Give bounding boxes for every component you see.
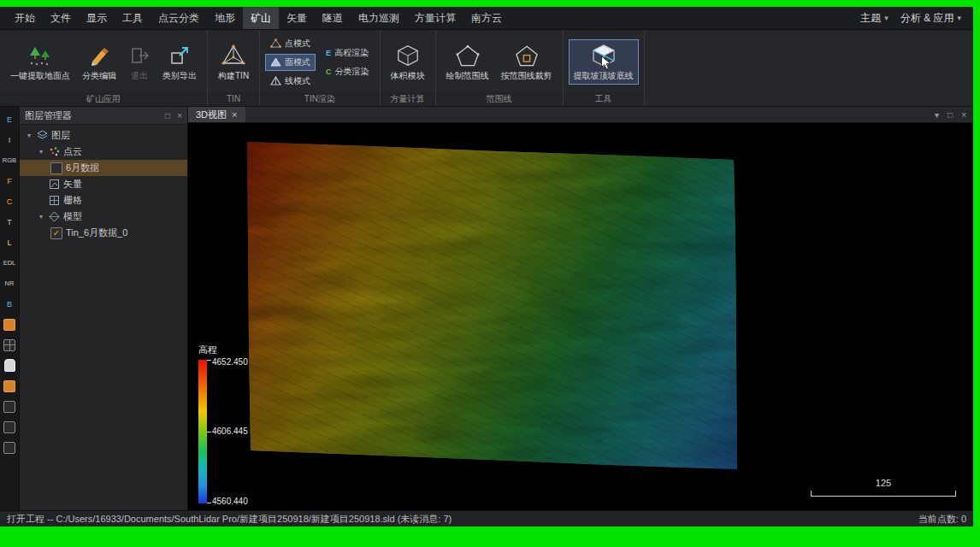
box-tool-button-2[interactable] (1, 419, 18, 435)
brush-tool-icon (3, 319, 15, 331)
theme-menu[interactable]: 主题 ▾ (860, 11, 888, 26)
tree-row-model[interactable]: ▾ 模型 (20, 209, 187, 225)
box-tool-button-1[interactable] (1, 398, 18, 415)
close-tab-icon[interactable]: × (232, 109, 237, 120)
close-view-icon[interactable]: × (961, 110, 966, 120)
menu-tab-southcloud[interactable]: 南方云 (463, 7, 510, 30)
classify-edit-button[interactable]: 分类编辑 (77, 39, 121, 85)
clip-by-boundary-button[interactable]: 按范围线裁剪 (496, 39, 558, 85)
point-mode-button[interactable]: 点模式 (265, 35, 316, 52)
close-panel-icon[interactable]: × (177, 111, 182, 121)
tree-row-vector[interactable]: 矢量 (20, 176, 187, 192)
menu-tab-pointcloud-classify[interactable]: 点云分类 (151, 7, 207, 30)
expander-icon[interactable]: ▾ (37, 213, 45, 221)
elevation-mode-button[interactable]: E (1, 111, 18, 127)
class-export-icon (168, 44, 191, 68)
menu-tab-mining[interactable]: 矿山 (243, 7, 279, 30)
ribbon-group-tin-render: 点模式 面模式 (260, 30, 381, 106)
menu-tab-start[interactable]: 开始 (7, 7, 43, 30)
layer-visibility-checkbox[interactable] (50, 162, 62, 174)
menu-tab-tunnel[interactable]: 隧道 (315, 7, 351, 30)
orange-box-tool-icon (3, 380, 15, 392)
orange-box-tool-button[interactable] (1, 378, 18, 394)
class-render-button[interactable]: C 分类渲染 (321, 63, 375, 80)
menu-tab-display[interactable]: 显示 (79, 7, 115, 30)
class-render-icon: C (326, 68, 332, 76)
point-mode-icon (270, 38, 281, 48)
face-mode-button[interactable]: 面模式 (265, 54, 316, 71)
scale-bar-value: 125 (811, 478, 956, 488)
tree-row-tin-june-data[interactable]: ✓ Tin_6月数据_0 (20, 225, 187, 241)
line-mode-icon (270, 76, 281, 85)
f-mode-button[interactable]: F (1, 173, 18, 189)
ribbon-group-tools: 提取坡顶坡底线 工具 (564, 30, 645, 106)
box-tool-button-3[interactable] (1, 439, 18, 456)
group-label-volume-calc: 方量计算 (381, 92, 435, 106)
ribbon-group-volume-calc: 体积模块 方量计算 (381, 30, 436, 106)
tree-row-raster[interactable]: 栅格 (20, 192, 187, 209)
chevron-down-icon: ▾ (884, 14, 888, 22)
brush-tool-button[interactable] (1, 316, 18, 332)
layer-visibility-checkbox[interactable]: ✓ (50, 227, 62, 239)
legend-max-value: 4652.450 (212, 357, 248, 367)
grid-tool-button[interactable] (1, 337, 18, 353)
class-export-button[interactable]: 类别导出 (157, 39, 202, 85)
menu-tab-vector[interactable]: 矢量 (279, 7, 315, 30)
float-panel-icon[interactable]: □ (165, 111, 170, 121)
model-icon (49, 211, 60, 222)
blend-mode-button[interactable]: B (1, 296, 18, 312)
extract-slope-lines-button[interactable]: 提取坡顶坡底线 (569, 39, 639, 85)
elevation-legend: 高程 4652.450 4606.445 4560.440 (197, 344, 282, 503)
legend-min-value: 4560.440 (212, 497, 248, 506)
t-mode-button[interactable]: T (1, 214, 18, 230)
statusbar: 打开工程 -- C:/Users/16933/Documents/SouthLi… (0, 510, 973, 526)
nr-mode-button[interactable]: NR (1, 275, 18, 291)
menu-tab-volume[interactable]: 方量计算 (407, 7, 463, 30)
group-label-mining-apps: 矿山应用 (0, 92, 207, 106)
layer-manager-panel: 图层管理器 □ × ▾ 图层 (20, 107, 188, 510)
layers-icon (37, 130, 48, 141)
ribbon-group-mining-apps: 一键提取地面点 分类编辑 (0, 30, 208, 106)
menu-tab-terrain[interactable]: 地形 (207, 7, 243, 30)
menu-tab-tools[interactable]: 工具 (115, 7, 151, 30)
tree-row-layers-root[interactable]: ▾ 图层 (20, 127, 187, 144)
extract-ground-points-button[interactable]: 一键提取地面点 (5, 39, 75, 85)
layer-manager-header: 图层管理器 □ × (20, 107, 187, 125)
legend-colorbar (198, 360, 207, 503)
group-label-tin-render: TIN渲染 (260, 92, 380, 106)
status-point-count: 当前点数: 0 (918, 513, 966, 526)
terrain-noise-texture (241, 137, 754, 479)
tree-row-june-data[interactable]: 6月数据 (20, 160, 187, 176)
scale-bar: 125 (811, 478, 956, 497)
volume-module-button[interactable]: 体积模块 (386, 39, 430, 85)
elevation-render-button[interactable]: E 高程渲染 (321, 44, 375, 62)
ribbon-group-boundary: 绘制范围线 按范围线裁剪 范围线 (436, 30, 564, 106)
expander-icon[interactable]: ▾ (37, 148, 45, 156)
group-label-tools: 工具 (564, 92, 644, 106)
extract-ground-icon (27, 44, 53, 68)
expander-icon[interactable]: ▾ (25, 132, 33, 139)
pan-tool-button[interactable] (1, 357, 18, 373)
classification-mode-button[interactable]: C (1, 193, 18, 209)
render-mode-toolbar: E I RGB F C T L EDL NR B (0, 107, 20, 510)
build-tin-button[interactable]: 构建TIN (213, 39, 254, 85)
legend-mid-value: 4606.445 (212, 426, 248, 436)
tab-list-dropdown-icon[interactable]: ▾ (935, 110, 939, 120)
l-mode-button[interactable]: L (1, 234, 18, 250)
menu-tab-file[interactable]: 文件 (43, 7, 79, 30)
line-mode-button[interactable]: 线模式 (265, 73, 316, 90)
draw-boundary-button[interactable]: 绘制范围线 (441, 39, 494, 85)
analysis-apps-menu[interactable]: 分析 & 应用 ▾ (900, 11, 961, 26)
tab-3d-view[interactable]: 3D视图 × (188, 107, 245, 122)
intensity-mode-button[interactable]: I (1, 132, 18, 148)
tree-row-pointcloud[interactable]: ▾ 点云 (20, 144, 187, 160)
menu-tab-powerline[interactable]: 电力巡测 (351, 7, 407, 30)
exit-icon (128, 44, 151, 68)
render-canvas[interactable]: 高程 4652.450 4606.445 4560.440 125 (188, 123, 973, 510)
edl-mode-button[interactable]: EDL (1, 255, 18, 271)
terrain-pointcloud[interactable] (241, 137, 754, 479)
legend-title: 高程 (198, 344, 282, 356)
rgb-mode-button[interactable]: RGB (1, 152, 18, 168)
box-tool-icon (3, 401, 15, 413)
float-view-icon[interactable]: □ (948, 110, 953, 120)
